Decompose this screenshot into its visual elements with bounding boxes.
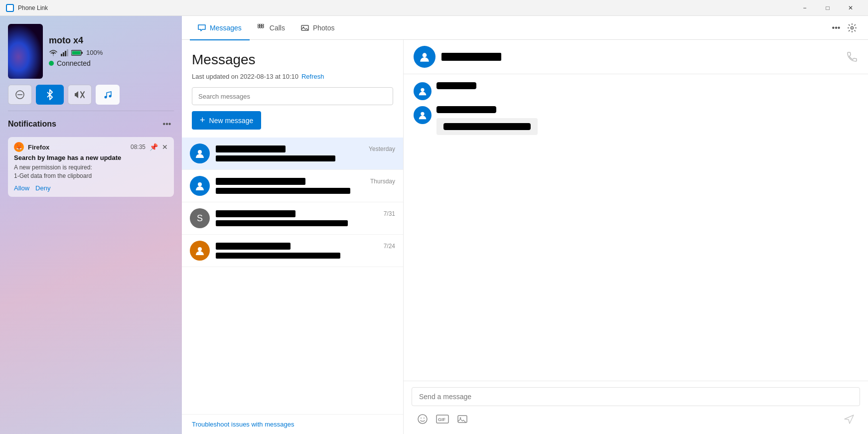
plus-icon: + [200,115,205,126]
message-name-redacted [216,178,305,185]
svg-point-22 [198,247,202,251]
message-name-row: 7/24 [216,243,395,250]
avatar [190,241,210,261]
message-name-redacted [216,243,290,250]
minimize-button[interactable]: − [793,0,816,16]
notifications-title: Notifications [8,120,56,129]
tab-messages[interactable]: Messages [190,16,250,40]
app-icon [6,4,14,12]
avatar: S [190,208,210,228]
message-content: 7/31 [216,210,395,226]
bluetooth-button[interactable] [36,85,64,105]
photos-tab-icon [301,24,309,32]
image-button[interactable] [453,410,471,428]
notifications-more-button[interactable]: ••• [160,117,174,131]
message-date: 7/24 [384,243,395,250]
chat-sender-avatar [414,106,432,124]
tab-calls[interactable]: Calls [250,16,293,40]
svg-point-19 [851,26,854,29]
chat-messages [404,74,868,381]
message-bubble-redacted-2 [443,123,531,130]
messages-title: Messages [192,52,393,68]
notification-allow-button[interactable]: Allow [14,184,29,192]
emoji-button[interactable] [414,410,432,428]
svg-text:GIF: GIF [438,417,446,422]
emoji-icon [417,414,428,425]
messages-tab-icon [198,24,206,32]
top-nav: Messages Calls Photos [182,16,868,40]
close-button[interactable]: ✕ [839,0,862,16]
device-stats: 100% [49,49,103,56]
title-bar: Phone Link − □ ✕ [0,0,868,16]
new-message-button[interactable]: + New message [192,111,261,130]
svg-point-21 [198,182,202,186]
chat-message-content [436,106,538,135]
gif-button[interactable]: GIF [434,410,451,428]
troubleshoot-link[interactable]: Troubleshoot issues with messages [182,414,403,434]
message-item[interactable]: 7/24 [182,235,403,267]
message-content: Thursday [216,178,395,194]
message-item[interactable]: Thursday [182,170,403,202]
battery-icon [71,49,83,56]
avatar [190,144,210,163]
svg-point-26 [418,415,427,424]
call-button[interactable] [846,51,858,63]
chat-input-toolbar: GIF [412,406,860,428]
notification-pin-button[interactable]: 📌 [149,143,158,151]
notification-close-button[interactable]: ✕ [162,143,168,151]
chat-input-area: GIF [404,381,868,434]
message-preview-redacted [216,188,350,194]
settings-button[interactable] [844,20,860,36]
notification-body: A new permission is required:1-Get data … [14,163,168,180]
search-input[interactable] [192,87,393,105]
chat-contact-name-redacted [441,53,501,61]
device-name: moto x4 [49,35,103,46]
image-icon [457,414,468,425]
message-preview-redacted [216,220,348,226]
message-name-row: Yesterday [216,145,395,152]
svg-rect-2 [81,52,83,54]
chat-input[interactable] [412,387,860,406]
nav-more-button[interactable]: ••• [828,20,844,36]
app-body: moto x4 [0,16,868,434]
music-icon [103,90,113,100]
action-buttons [8,85,174,105]
do-not-disturb-button[interactable] [8,85,32,105]
message-item[interactable]: Yesterday [182,138,403,170]
search-box [192,87,393,105]
notification-item: 🦊 Firefox 08:35 📌 ✕ Search by Image has … [8,137,174,197]
messages-layout: Messages Last updated on 2022-08-13 at 1… [182,40,868,434]
notification-app-name: Firefox [28,144,127,151]
message-name-redacted [216,145,286,152]
device-connected-status: Connected [49,59,103,67]
message-item[interactable]: S 7/31 [182,202,403,235]
send-button[interactable] [840,410,858,428]
send-icon [844,414,855,425]
svg-point-9 [105,96,107,99]
calls-tab-icon [258,24,266,32]
notification-deny-button[interactable]: Deny [35,184,50,192]
tab-photos[interactable]: Photos [293,16,343,40]
gif-icon: GIF [436,415,449,424]
signal-bars [61,49,68,56]
device-info: moto x4 [49,35,103,67]
new-message-label: New message [209,117,254,125]
device-thumbnail [8,24,43,79]
music-button[interactable] [96,85,120,105]
svg-point-16 [262,26,264,28]
avatar [190,176,210,196]
chat-message-row [414,82,858,100]
messages-tab-label: Messages [210,24,242,32]
message-name-redacted [216,210,295,217]
message-bubble-redacted [436,82,476,89]
message-preview-redacted [216,155,335,161]
messages-list-panel: Messages Last updated on 2022-08-13 at 1… [182,40,404,434]
refresh-button[interactable]: Refresh [301,73,324,80]
mute-button[interactable] [68,85,92,105]
svg-point-28 [424,418,425,419]
last-updated-text: Last updated on 2022-08-13 at 10:10 [192,73,298,80]
maximize-button[interactable]: □ [816,0,839,16]
settings-icon [847,23,857,33]
do-not-disturb-icon [15,90,25,100]
chat-contact-info [414,46,840,68]
